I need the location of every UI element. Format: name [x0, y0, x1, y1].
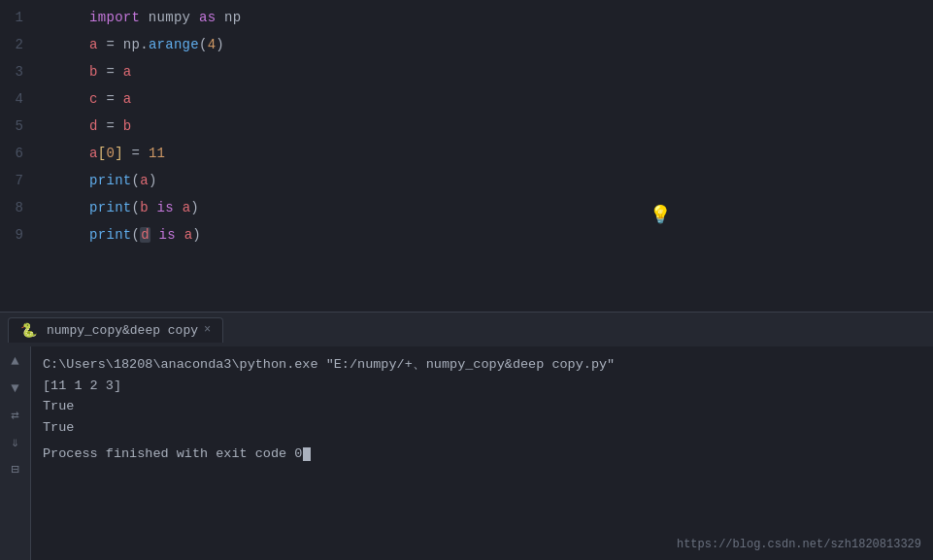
- download-icon[interactable]: ⇓: [11, 436, 18, 449]
- line-num-9: 9: [0, 227, 39, 243]
- line-num-3: 3: [0, 64, 39, 80]
- scroll-up-icon[interactable]: ▲: [11, 354, 18, 368]
- terminal-cursor: [303, 447, 311, 461]
- terminal-exit-msg: Process finished with exit code 0: [43, 444, 921, 465]
- terminal-output-array: [11 1 2 3]: [43, 376, 921, 397]
- terminal-sidebar: ▲ ▼ ⇄ ⇓ ⊟: [0, 346, 31, 560]
- terminal-url: https://blog.csdn.net/szh1820813329: [677, 536, 921, 554]
- code-line-9: 9 print(d is a): [0, 221, 933, 248]
- terminal-output-true1: True: [43, 396, 921, 417]
- terminal-area: ▲ ▼ ⇄ ⇓ ⊟ C:\Users\18208\anaconda3\pytho…: [0, 346, 933, 560]
- terminal-output[interactable]: C:\Users\18208\anaconda3\python.exe "E:/…: [31, 346, 933, 560]
- wrap-icon[interactable]: ⇄: [11, 409, 18, 422]
- line-num-5: 5: [0, 118, 39, 134]
- terminal-tab[interactable]: 🐍 numpy_copy&deep copy ×: [8, 317, 223, 343]
- line-num-8: 8: [0, 200, 39, 215]
- line-num-2: 2: [0, 37, 39, 52]
- terminal-tab-label: numpy_copy&deep copy: [47, 323, 198, 338]
- line-content-9[interactable]: print(d is a): [39, 212, 933, 258]
- close-terminal-icon[interactable]: ⊟: [11, 463, 18, 477]
- terminal-output-true2: True: [43, 417, 921, 439]
- lightbulb-icon[interactable]: 💡: [650, 204, 671, 225]
- code-editor: 1 import numpy as np 2 a = np.arange(4) …: [0, 0, 933, 312]
- close-tab-button[interactable]: ×: [204, 323, 211, 337]
- terminal-cmd: C:\Users\18208\anaconda3\python.exe "E:/…: [43, 354, 921, 376]
- line-num-1: 1: [0, 10, 39, 25]
- line-num-7: 7: [0, 173, 39, 188]
- python-icon: 🐍: [20, 322, 37, 339]
- terminal-tab-bar: 🐍 numpy_copy&deep copy ×: [0, 312, 933, 346]
- line-num-6: 6: [0, 146, 39, 161]
- scroll-down-icon[interactable]: ▼: [11, 381, 18, 395]
- line-num-4: 4: [0, 91, 39, 107]
